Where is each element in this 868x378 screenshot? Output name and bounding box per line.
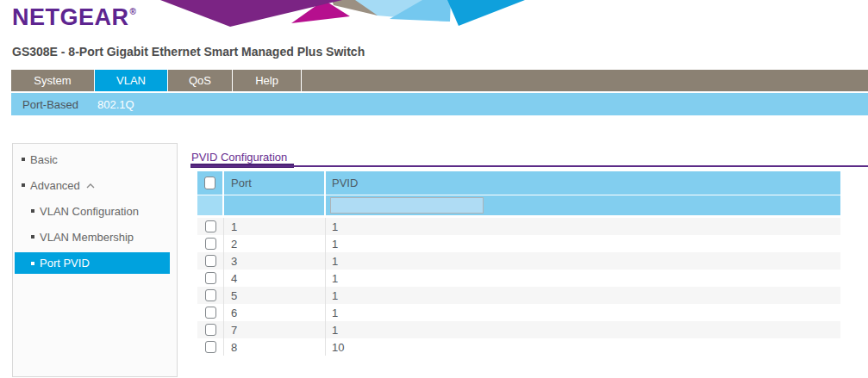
tab-vlan[interactable]: VLAN	[95, 70, 168, 91]
port-cell: 3	[224, 252, 326, 270]
port-cell: 7	[224, 321, 326, 338]
table-row: 51	[197, 287, 840, 304]
row-checkbox-cell	[197, 270, 224, 287]
port-cell: 1	[224, 218, 326, 235]
bullet-icon	[22, 183, 25, 187]
table-header-row: Port PVID	[197, 171, 840, 195]
row-checkbox[interactable]	[205, 255, 216, 267]
table-row: 21	[197, 235, 840, 252]
port-cell: 2	[224, 235, 326, 252]
bullet-icon	[31, 262, 34, 265]
row-checkbox[interactable]	[205, 238, 216, 250]
column-header-pvid: PVID	[326, 171, 840, 195]
sidebar-item-advanced[interactable]: Advanced	[13, 172, 177, 198]
pvid-edit-input[interactable]	[330, 197, 484, 214]
sidebar-item-port-pvid[interactable]: Port PVID	[15, 252, 170, 274]
sidebar-item-label: VLAN Membership	[40, 231, 134, 244]
select-all-checkbox[interactable]	[204, 177, 215, 189]
table-row: 71	[197, 321, 840, 338]
port-cell: 6	[224, 304, 326, 321]
main-nav: System VLAN QoS Help	[11, 70, 868, 91]
row-checkbox[interactable]	[205, 324, 216, 336]
sidebar: Basic Advanced VLAN Configuration VLAN M…	[12, 143, 178, 377]
subnav-port-based[interactable]: Port-Based	[22, 98, 78, 111]
port-cell: 5	[224, 287, 326, 304]
subnav-802-1q[interactable]: 802.1Q	[97, 98, 134, 111]
table-row: 810	[197, 338, 840, 356]
row-checkbox-cell	[197, 338, 224, 356]
page-title: GS308E - 8-Port Gigabit Ethernet Smart M…	[12, 45, 365, 59]
pvid-cell: 1	[326, 304, 840, 321]
pvid-cell: 1	[326, 252, 840, 270]
header-checkbox-cell	[197, 171, 224, 195]
row-checkbox[interactable]	[205, 289, 216, 301]
vlan-subnav: Port-Based 802.1Q	[11, 93, 868, 115]
row-checkbox[interactable]	[205, 272, 216, 284]
sidebar-item-basic[interactable]: Basic	[13, 146, 177, 172]
row-checkbox-cell	[197, 304, 224, 321]
netgear-logo-text: NETGEAR	[12, 4, 129, 30]
table-filter-row	[197, 195, 840, 215]
row-checkbox-cell	[197, 235, 224, 252]
tab-qos[interactable]: QoS	[168, 70, 233, 91]
table-body: 11213141516171810	[197, 218, 840, 356]
table-row: 31	[197, 252, 840, 270]
sidebar-item-label: Port PVID	[40, 257, 90, 270]
row-checkbox-cell	[197, 252, 224, 270]
filter-port-cell	[224, 195, 326, 215]
filter-checkbox-cell	[197, 195, 224, 215]
table-row: 41	[197, 270, 840, 287]
table-row: 61	[197, 304, 840, 321]
sidebar-item-label: VLAN Configuration	[40, 205, 139, 218]
bullet-icon	[31, 235, 34, 239]
heading-rule	[191, 165, 868, 167]
pvid-cell: 1	[326, 270, 840, 287]
pvid-cell: 10	[326, 338, 840, 356]
row-checkbox-cell	[197, 321, 224, 338]
port-cell: 4	[224, 270, 326, 287]
row-checkbox[interactable]	[205, 220, 216, 232]
sidebar-item-label: Basic	[30, 153, 58, 166]
chevron-up-icon	[86, 183, 95, 189]
column-header-port: Port	[224, 171, 326, 195]
bullet-icon	[22, 158, 25, 161]
netgear-logo: NETGEAR®	[12, 4, 136, 31]
table-row: 11	[197, 218, 840, 235]
banner-shape-bright-blue	[447, 0, 525, 26]
tab-help[interactable]: Help	[233, 70, 302, 91]
registered-trademark: ®	[130, 7, 137, 16]
row-checkbox[interactable]	[205, 307, 216, 319]
section-heading: PVID Configuration	[191, 151, 287, 164]
sidebar-item-vlan-membership[interactable]: VLAN Membership	[13, 224, 177, 250]
netgear-switch-admin-page: NETGEAR® GS308E - 8-Port Gigabit Etherne…	[0, 0, 868, 378]
pvid-cell: 1	[326, 287, 840, 304]
bullet-icon	[31, 209, 34, 213]
row-checkbox-cell	[197, 218, 224, 235]
sidebar-item-label: Advanced	[30, 179, 80, 192]
pvid-cell: 1	[326, 218, 840, 235]
port-cell: 8	[224, 338, 326, 356]
pvid-cell: 1	[326, 321, 840, 338]
tab-system[interactable]: System	[11, 70, 95, 91]
row-checkbox[interactable]	[205, 341, 216, 353]
row-checkbox-cell	[197, 287, 224, 304]
pvid-cell: 1	[326, 235, 840, 252]
pvid-table: Port PVID 11213141516171810	[197, 171, 840, 356]
sidebar-item-vlan-configuration[interactable]: VLAN Configuration	[13, 198, 177, 224]
filter-pvid-cell	[326, 195, 840, 215]
